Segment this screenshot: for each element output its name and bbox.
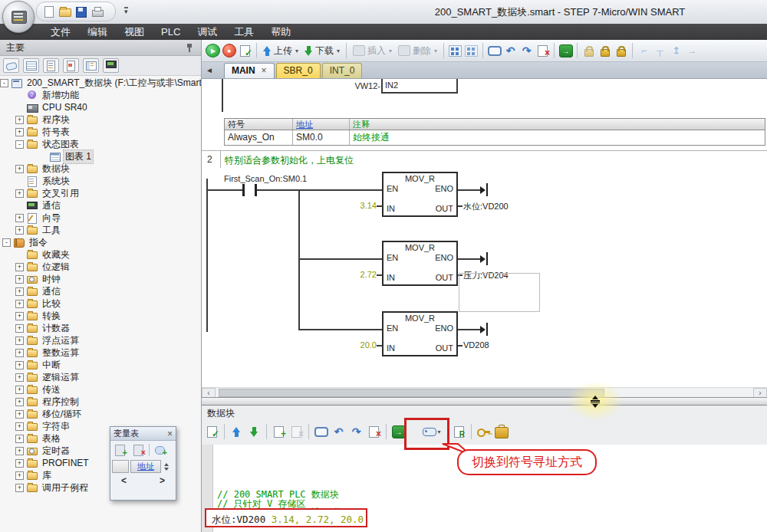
upload-button[interactable]: 上传 ▾ [261, 42, 301, 59]
selection-button[interactable] [487, 44, 502, 58]
tree-item[interactable]: + 传送 [0, 383, 201, 396]
db-upload-button[interactable] [229, 424, 245, 440]
wire-tool-3[interactable]: ↥ [669, 44, 683, 58]
expand-toggle[interactable]: + [15, 422, 24, 431]
tree-item[interactable]: 通信 [0, 199, 201, 212]
tree-item[interactable]: + 位逻辑 [0, 261, 201, 273]
symbol-table-row[interactable]: Always_On SM0.0 始终接通 [225, 130, 765, 145]
tree-item[interactable]: 图表 1 [0, 150, 201, 163]
tree-item[interactable]: + 逻辑运算 [0, 371, 201, 383]
tab-sbr0[interactable]: SBR_0 [276, 63, 321, 78]
menu-item[interactable]: 视图 [116, 24, 153, 40]
tree-item[interactable]: + 数据块 [0, 163, 201, 175]
tree-item[interactable]: + 移位/循环 [0, 408, 201, 420]
db-symbol-table-button[interactable]: R [451, 424, 467, 440]
tab-scroll-back-icon[interactable]: ◄ [206, 66, 213, 74]
new-file-icon[interactable] [43, 6, 54, 17]
upload-caret-icon[interactable]: ▾ [295, 48, 298, 54]
redo-button[interactable]: ↷ [519, 44, 534, 58]
pane-splitter[interactable] [202, 397, 767, 406]
db-key-button[interactable] [476, 424, 492, 440]
tree-item[interactable]: + 比较 [0, 297, 201, 310]
stop-button[interactable]: ■ [222, 44, 236, 58]
tree-item[interactable]: 新增功能 [0, 89, 201, 101]
menu-item[interactable]: 工具 [225, 24, 262, 40]
address-button[interactable]: 地址 [130, 460, 161, 473]
expand-toggle[interactable]: - [15, 140, 24, 149]
scroll-thumb[interactable] [219, 389, 604, 397]
pin-icon[interactable] [186, 44, 193, 53]
expand-toggle[interactable]: + [15, 447, 24, 455]
db-clear-button[interactable]: × [366, 424, 382, 440]
quick-access-caret-icon[interactable]: ▾ [124, 7, 128, 16]
cloud-add-button[interactable]: + [152, 443, 168, 457]
tree-item[interactable]: + 浮点运算 [0, 334, 201, 346]
blank-cell-button[interactable] [112, 460, 129, 473]
expand-toggle[interactable]: + [15, 373, 24, 382]
tree-item[interactable]: - 指令 [0, 236, 201, 248]
tree-item[interactable]: 系统块 [0, 175, 201, 187]
report-view-icon[interactable] [63, 58, 79, 73]
tree-item[interactable]: + 整数运算 [0, 346, 201, 359]
mov-r-block[interactable]: MOV_R EN ENO IN OUT [382, 172, 458, 217]
ladder-editor[interactable]: IN2 VW12- 符号 地址 注释 Always_On SM0.0 始终接通 … [202, 79, 767, 387]
db-selection-button[interactable] [313, 424, 329, 440]
tree-item[interactable]: + 向导 [0, 212, 201, 224]
wire-tool-4[interactable]: → [685, 44, 700, 58]
nav-left-icon[interactable]: < [121, 475, 127, 486]
download-button[interactable]: 下载 ▾ [302, 42, 342, 59]
expand-toggle[interactable]: + [15, 128, 24, 136]
tree-item[interactable]: - 状态图表 [0, 138, 201, 150]
compile-button[interactable]: ✓ [238, 44, 252, 58]
tree-item[interactable]: + 时钟 [0, 273, 201, 285]
expand-toggle[interactable]: + [15, 165, 24, 173]
nav-right-icon[interactable]: > [160, 475, 165, 486]
expand-toggle[interactable]: + [15, 459, 24, 468]
expand-toggle[interactable]: + [15, 300, 24, 308]
insert-row-button[interactable]: + [112, 443, 128, 457]
tree-item[interactable]: 收藏夹 [0, 248, 201, 261]
expand-toggle[interactable]: + [15, 349, 24, 357]
print-icon[interactable] [91, 6, 103, 17]
program-block-alt-button[interactable] [464, 44, 479, 58]
monitor-view-icon[interactable] [103, 58, 119, 73]
expand-toggle[interactable]: + [15, 189, 24, 198]
menu-item[interactable]: 调试 [189, 24, 225, 40]
db-undo-button[interactable]: ↶ [331, 424, 347, 440]
expand-toggle[interactable]: + [15, 398, 24, 406]
lock-button[interactable] [581, 44, 596, 58]
variable-table-window[interactable]: 变量表 × + × + 地址 < > [110, 426, 176, 501]
expand-toggle[interactable]: + [15, 116, 24, 124]
form-view-icon[interactable] [83, 58, 99, 73]
menu-item[interactable]: PLC [153, 24, 189, 40]
menu-item[interactable]: 文件 [42, 24, 79, 40]
wire-tool-2[interactable]: ┬ [653, 44, 667, 58]
tree-item[interactable]: + 转换 [0, 310, 201, 322]
tree-item[interactable]: + 中断 [0, 359, 201, 371]
tree-item[interactable]: + 工具 [0, 224, 201, 236]
tab-close-icon[interactable]: × [262, 64, 267, 78]
tree-item[interactable]: + 程序控制 [0, 396, 201, 408]
tree-item[interactable]: + 交叉引用 [0, 187, 201, 199]
db-download-button[interactable] [246, 424, 262, 440]
spinner-control[interactable] [164, 463, 169, 471]
db-case-button[interactable] [493, 424, 509, 440]
expand-toggle[interactable]: + [15, 386, 24, 394]
menu-item[interactable]: 帮助 [262, 24, 299, 40]
tree-item[interactable]: + 通信 [0, 285, 201, 297]
tree-item[interactable]: + 计数器 [0, 322, 201, 334]
tree-item[interactable]: + 符号表 [0, 126, 201, 138]
delete-object-button[interactable]: × [535, 44, 550, 58]
expand-toggle[interactable]: + [15, 226, 24, 235]
db-insert-button[interactable]: + [271, 424, 287, 440]
tab-int0[interactable]: INT_0 [322, 63, 363, 78]
editor-hscrollbar[interactable]: ‹ › [202, 387, 767, 398]
run-button[interactable]: ▶ [206, 44, 220, 58]
open-file-icon[interactable] [59, 6, 71, 17]
save-icon[interactable] [75, 6, 87, 17]
document-view-icon[interactable] [43, 58, 59, 73]
mov-r-block[interactable]: MOV_R EN ENO IN OUT [382, 241, 458, 286]
unlock-button[interactable] [597, 44, 612, 58]
expand-toggle[interactable]: + [15, 275, 24, 284]
program-block-button[interactable] [448, 44, 463, 58]
